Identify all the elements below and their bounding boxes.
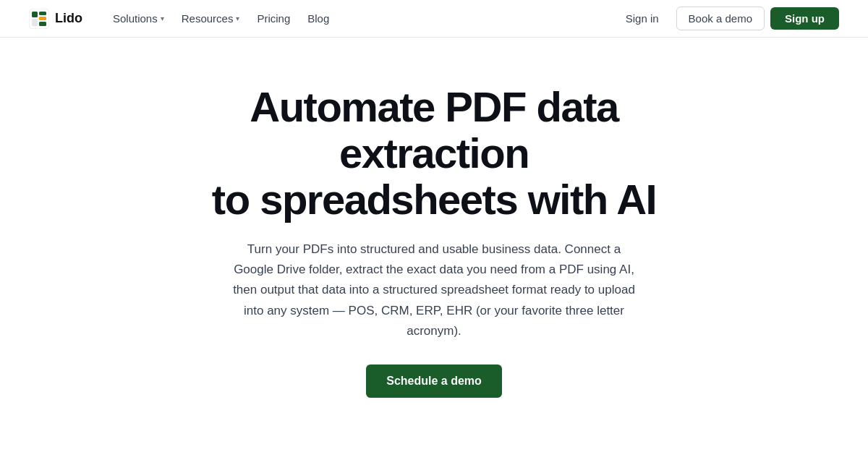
hero-headline: Automate PDF data extraction to spreadsh… <box>152 84 716 222</box>
feature-1: ✅ PDFs have varying formats and complex … <box>93 450 237 452</box>
logo-link[interactable]: Lido <box>29 9 82 29</box>
svg-rect-4 <box>32 19 38 26</box>
schedule-demo-button[interactable]: Schedule a demo <box>366 364 502 398</box>
svg-rect-3 <box>39 17 46 20</box>
nav-resources[interactable]: Resources ▾ <box>174 8 247 29</box>
nav-solutions[interactable]: Solutions ▾ <box>106 8 171 29</box>
nav-blog[interactable]: Blog <box>300 8 336 29</box>
signup-button[interactable]: Sign up <box>770 7 839 30</box>
chevron-down-icon: ▾ <box>236 14 239 22</box>
svg-rect-2 <box>39 12 46 15</box>
nav-right: Sign in Book a demo Sign up <box>614 7 839 30</box>
signin-button[interactable]: Sign in <box>614 7 671 30</box>
nav-pricing[interactable]: Pricing <box>250 8 297 29</box>
feature-2: ✅ Connect directly to your Google Drive … <box>272 450 417 452</box>
feature-4: ✅ No technical skills required <box>631 450 775 452</box>
nav-left: Lido Solutions ▾ Resources ▾ Pricing Blo… <box>29 8 336 29</box>
feature-3: ✅ Reduce errors from manual data entry <box>451 450 596 452</box>
nav-links: Solutions ▾ Resources ▾ Pricing Blog <box>106 8 336 29</box>
chevron-down-icon: ▾ <box>161 14 164 22</box>
hero-section: Automate PDF data extraction to spreadsh… <box>0 38 868 427</box>
logo-text: Lido <box>55 11 82 26</box>
book-demo-button[interactable]: Book a demo <box>676 7 765 30</box>
lido-logo-icon <box>29 9 49 29</box>
svg-rect-5 <box>39 22 46 26</box>
svg-rect-1 <box>32 12 38 17</box>
features-bar: ✅ PDFs have varying formats and complex … <box>0 427 868 452</box>
hero-subtext: Turn your PDFs into structured and usabl… <box>231 239 637 341</box>
navbar: Lido Solutions ▾ Resources ▾ Pricing Blo… <box>0 0 868 38</box>
